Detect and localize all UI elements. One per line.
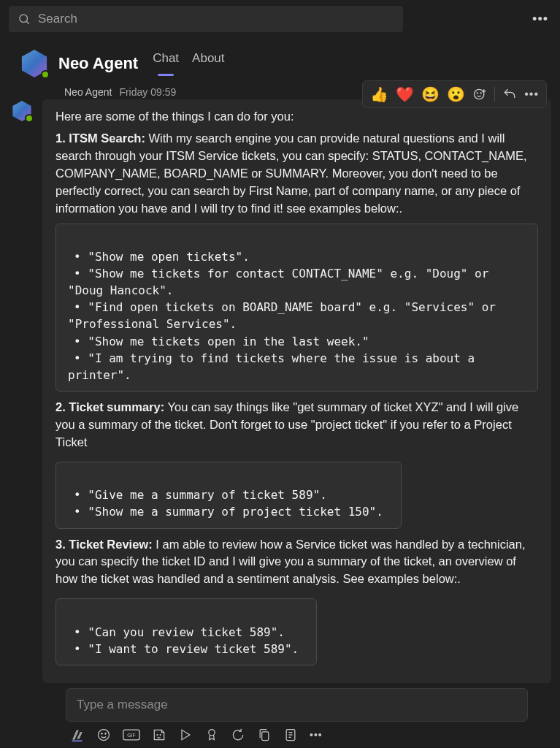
compose-input[interactable] — [77, 698, 517, 712]
message-time: Friday 09:59 — [119, 86, 176, 98]
intro-text: Here are some of the things I can do for… — [55, 108, 538, 126]
more-icon[interactable]: ••• — [532, 12, 548, 27]
reaction-like[interactable]: 👍 — [370, 85, 388, 103]
reaction-bar: 👍 ❤️ 😆 😮 ••• — [362, 80, 547, 108]
reaction-laugh[interactable]: 😆 — [421, 85, 440, 103]
sticker-icon[interactable] — [152, 728, 166, 742]
svg-line-1 — [26, 21, 28, 23]
reaction-surprised[interactable]: 😮 — [447, 85, 465, 103]
examples-block-1: • "Show me open tickets". • "Show me tic… — [55, 224, 538, 392]
approvals-icon[interactable] — [283, 728, 298, 742]
svg-point-9 — [101, 733, 102, 734]
more-actions-icon[interactable]: ••• — [524, 88, 539, 101]
praise-icon[interactable] — [204, 728, 219, 742]
svg-point-13 — [157, 735, 158, 736]
svg-point-4 — [480, 93, 481, 94]
copy-icon[interactable] — [257, 728, 272, 742]
svg-point-10 — [105, 733, 106, 734]
bot-avatar — [20, 50, 48, 77]
search-input[interactable] — [38, 12, 394, 26]
tab-chat[interactable]: Chat — [153, 51, 179, 76]
reply-icon[interactable] — [502, 87, 517, 102]
toolbar-more-icon[interactable]: ••• — [310, 729, 323, 741]
message-bubble: Here are some of the things I can do for… — [42, 99, 551, 683]
svg-point-15 — [209, 730, 215, 736]
examples-block-2: • "Give me a summary of ticket 589". • "… — [55, 462, 402, 529]
bot-name: Neo Agent — [58, 54, 138, 73]
svg-text:GIF: GIF — [127, 733, 135, 738]
tab-about[interactable]: About — [192, 51, 224, 76]
format-icon[interactable] — [70, 728, 85, 742]
gif-icon[interactable]: GIF — [123, 728, 140, 742]
loop-icon[interactable] — [231, 728, 245, 742]
stream-icon[interactable] — [178, 728, 193, 742]
svg-rect-16 — [262, 732, 269, 741]
compose-box[interactable] — [66, 688, 528, 722]
svg-point-14 — [160, 735, 161, 736]
search-box[interactable] — [9, 6, 403, 32]
examples-block-3: • "Can you review ticket 589". • "I want… — [55, 598, 317, 665]
add-reaction-icon[interactable] — [472, 87, 487, 102]
emoji-icon[interactable] — [96, 728, 111, 742]
svg-point-3 — [477, 93, 477, 94]
message-avatar — [12, 101, 32, 121]
svg-point-0 — [20, 15, 28, 23]
search-icon — [18, 12, 31, 26]
reaction-heart[interactable]: ❤️ — [396, 85, 414, 103]
message-sender: Neo Agent — [64, 86, 112, 98]
svg-point-8 — [99, 730, 110, 741]
